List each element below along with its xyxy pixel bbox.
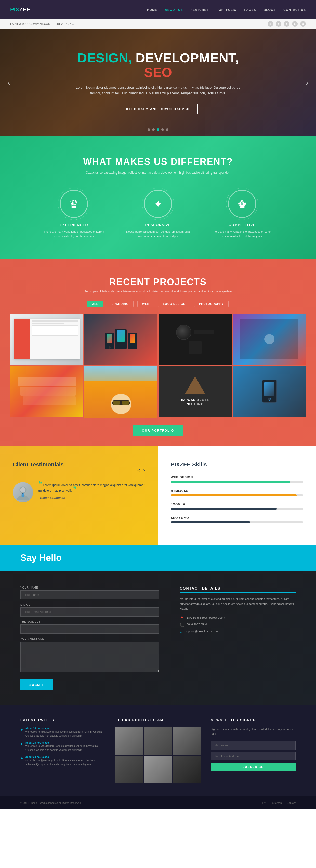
skill-webdesign-bar <box>171 481 290 483</box>
twitter-icon[interactable]: t <box>284 21 289 27</box>
flickr-thumb-1[interactable] <box>116 727 143 755</box>
filter-logo[interactable]: Logo Design <box>158 301 190 307</box>
features-grid: ♛ EXPERIENCED There are many variations … <box>10 190 306 239</box>
skill-joomla: Joomla <box>171 503 303 510</box>
portfolio-button[interactable]: OUR PORTFOLIO <box>133 425 183 436</box>
hero-dot-3[interactable] <box>157 128 159 131</box>
subject-label: THE SUBJECT <box>21 620 159 623</box>
nav-about[interactable]: ABOUT US <box>165 7 183 12</box>
portfolio-item-3[interactable] <box>159 314 232 365</box>
skills-section: PIXZEE Skills Web Design HTML/CSS Joomla… <box>158 446 316 545</box>
hero-dot-5[interactable] <box>166 128 168 131</box>
email-input[interactable] <box>21 608 159 617</box>
twitter-bird-icon-2: ➤ <box>21 742 24 746</box>
footer-sitemap-link[interactable]: Sitemap <box>273 802 282 804</box>
portfolio-item-portrait[interactable] <box>84 366 157 417</box>
hero-prev-arrow[interactable]: ‹ <box>5 76 13 89</box>
portfolio-item-impossible[interactable]: IMPOSSIBLE ISNOTHING <box>159 366 232 416</box>
newsletter-heading: NEWSLETTER SIGNUP <box>211 718 295 722</box>
responsive-title: RESPONSIVE <box>126 223 190 227</box>
hero-title-design: DESIGN, <box>77 51 132 65</box>
hero-dots <box>148 128 168 131</box>
name-input[interactable] <box>21 590 159 599</box>
footer-top: LATEST TWEETS ➤ about 16 hours ago we re… <box>0 706 316 796</box>
google-plus-icon[interactable]: g <box>300 21 306 27</box>
logo-zee: ZEE <box>19 6 30 13</box>
what-makes-section: WHAT MAKES US DIFFERENT? Capacitance cas… <box>0 136 316 259</box>
newsletter-email-input[interactable] <box>211 752 295 761</box>
recent-projects-title: RECENT PROJECTS <box>10 277 306 287</box>
newsletter-subscribe-button[interactable]: SUBSCRIBE <box>211 763 295 771</box>
contact-address: 📍 18A, Polo Street (Yellow Door) <box>180 616 295 620</box>
pinterest-icon[interactable]: p <box>292 21 298 27</box>
skill-seo-label: SEO / SMO <box>171 516 303 520</box>
filter-all[interactable]: All <box>87 301 103 307</box>
contact-section: YOUR NAME E-MAIL THE SUBJECT YOUR MESSAG… <box>0 571 316 706</box>
hero-dot-2[interactable] <box>152 128 155 131</box>
flickr-thumb-4[interactable] <box>116 756 143 783</box>
footer-contact-link[interactable]: Contact <box>287 802 295 804</box>
footer-faq-link[interactable]: FAQ <box>262 802 267 804</box>
hero-section: DESIGN, DEVELOPMENT, SEO Lorem ipsum dol… <box>0 29 316 136</box>
submit-button[interactable]: SUBMIT <box>21 679 53 690</box>
skill-html-label: HTML/CSS <box>171 489 303 493</box>
testimonial-next[interactable]: > <box>143 468 145 473</box>
facebook-icon[interactable]: f <box>276 21 281 27</box>
tweet-1-text: we replied to @dalpurchell Donec malesua… <box>26 730 105 738</box>
skill-webdesign-bar-bg <box>171 481 303 483</box>
hero-dot-1[interactable] <box>148 128 150 131</box>
experienced-icon-circle: ♛ <box>60 190 88 218</box>
location-icon: 📍 <box>180 616 184 620</box>
hero-dot-4[interactable] <box>161 128 164 131</box>
portfolio-item-2[interactable] <box>84 314 157 365</box>
nav-home[interactable]: HOME <box>147 7 157 12</box>
hero-next-arrow[interactable]: › <box>303 76 311 89</box>
footer-bottom: © 2014 Pixzee | Downloadpsd.co All Right… <box>0 796 316 809</box>
name-label: YOUR NAME <box>21 586 159 589</box>
subject-field-wrap: THE SUBJECT <box>21 620 159 633</box>
portfolio-item-mobile[interactable] <box>233 366 306 416</box>
nav-blogs[interactable]: BLOGS <box>264 7 276 12</box>
flickr-thumb-6[interactable] <box>173 756 200 783</box>
feature-responsive: ✦ RESPONSIVE Neque porro quisquam est, q… <box>126 190 190 239</box>
subject-input[interactable] <box>21 624 159 633</box>
testimonial-content: ❝ Lorem ipsum dolor sit amet, corsnt dol… <box>13 482 145 502</box>
hero-subtitle: Lorem ipsum dolor sit amet, consectetur … <box>74 85 242 96</box>
skill-webdesign-label: Web Design <box>171 476 303 479</box>
message-label: YOUR MESSAGE <box>21 638 159 640</box>
logo[interactable]: PIXZEE <box>10 6 30 13</box>
logo-pix: PIX <box>10 6 19 13</box>
skill-joomla-bar <box>171 508 277 510</box>
email-label: E-MAIL <box>21 603 159 606</box>
portfolio-item-4[interactable] <box>233 314 306 365</box>
newsletter-name-input[interactable] <box>211 741 295 750</box>
hero-title-development: DEVELOPMENT, <box>135 51 239 65</box>
filter-photography[interactable]: Photography <box>194 301 229 307</box>
flickr-thumb-3[interactable] <box>173 727 200 755</box>
experienced-desc: There are many variations of passages of… <box>42 229 106 239</box>
nav-contact[interactable]: CONTACT US <box>283 7 306 12</box>
tweets-heading: LATEST TWEETS <box>21 718 105 722</box>
skill-seo-bar-bg <box>171 521 303 523</box>
portfolio-item-5[interactable] <box>10 366 83 416</box>
filter-web[interactable]: Web <box>137 301 154 307</box>
footer-newsletter: NEWSLETTER SIGNUP Sign up for our newsle… <box>211 718 295 783</box>
filter-branding[interactable]: Branding <box>106 301 133 307</box>
nav-portfolio[interactable]: PORTFOLIO <box>216 7 236 12</box>
hero-title-seo: SEO <box>144 65 172 80</box>
svg-point-2 <box>21 487 26 493</box>
skill-html-bar-bg <box>171 494 303 496</box>
navbar: PIXZEE HOME ABOUT US FEATURES PORTFOLIO … <box>0 0 316 19</box>
portfolio-item-1[interactable] <box>10 314 83 365</box>
testimonial-prev[interactable]: < <box>137 468 140 473</box>
what-makes-subtitle: Capacitance cascading integer reflective… <box>10 171 306 175</box>
skill-seo: SEO / SMO <box>171 516 303 523</box>
flickr-thumb-2[interactable] <box>144 727 172 755</box>
hero-download-button[interactable]: KEEP CALM AND DOWNLOADPSD <box>118 104 198 114</box>
flickr-thumb-5[interactable] <box>144 756 172 783</box>
skills-heading: PIXZEE Skills <box>171 461 303 468</box>
message-textarea[interactable] <box>21 642 159 672</box>
nav-features[interactable]: FEATURES <box>191 7 209 12</box>
nav-pages[interactable]: PAGES <box>244 7 256 12</box>
rss-icon[interactable]: ⊞ <box>267 21 273 27</box>
